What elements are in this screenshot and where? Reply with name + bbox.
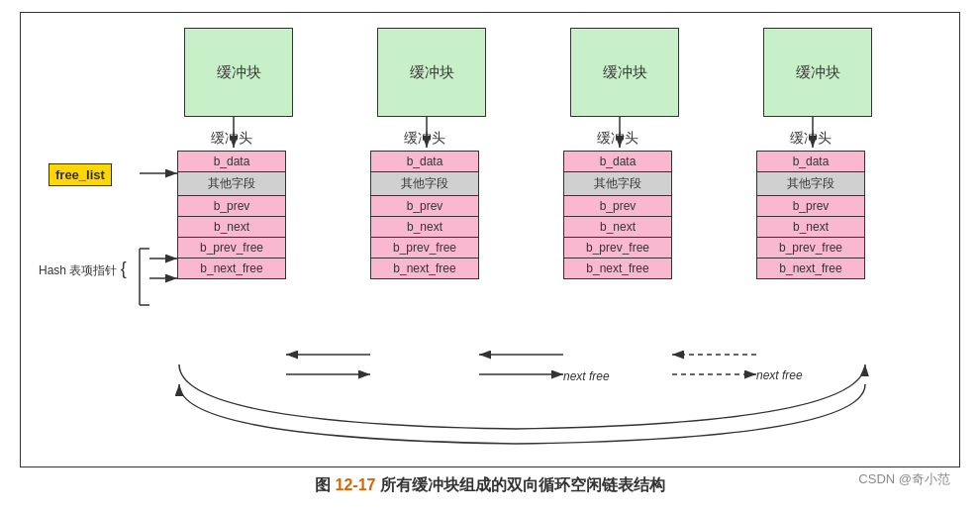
buffer-block-4: 缓冲块 bbox=[763, 28, 872, 117]
buf-head-3: 缓冲头 b_data 其他字段 b_prev b_next b_prev_fre… bbox=[563, 130, 672, 279]
caption-number: 12-17 bbox=[336, 476, 376, 493]
buffer-block-3: 缓冲块 bbox=[570, 28, 679, 117]
buf-head-1: 缓冲头 b_data 其他字段 b_prev b_next b_prev_fre… bbox=[177, 130, 286, 279]
caption-area: 图 12-17 所有缓冲块组成的双向循环空闲链表结构 CSDN @奇小范 bbox=[0, 475, 980, 496]
diagram-area: 缓冲块 缓冲块 缓冲块 缓冲块 free_list Hash 表项指针 { 缓冲… bbox=[20, 12, 960, 467]
buf-head-4: 缓冲头 b_data 其他字段 b_prev b_next b_prev_fre… bbox=[756, 130, 865, 279]
attribution: CSDN @奇小范 bbox=[858, 470, 950, 488]
buf-head-2: 缓冲头 b_data 其他字段 b_prev b_next b_prev_fre… bbox=[370, 130, 479, 279]
caption: 图 12-17 所有缓冲块组成的双向循环空闲链表结构 bbox=[315, 476, 665, 493]
next-free-label-1: next free bbox=[563, 369, 610, 383]
buffer-block-1: 缓冲块 bbox=[184, 28, 293, 117]
main-container: 缓冲块 缓冲块 缓冲块 缓冲块 free_list Hash 表项指针 { 缓冲… bbox=[0, 0, 980, 518]
buffer-block-2: 缓冲块 bbox=[377, 28, 486, 117]
hash-label: Hash 表项指针 { bbox=[39, 259, 152, 279]
free-list-label: free_list bbox=[49, 163, 112, 186]
next-free-label-2: next free bbox=[756, 368, 803, 382]
